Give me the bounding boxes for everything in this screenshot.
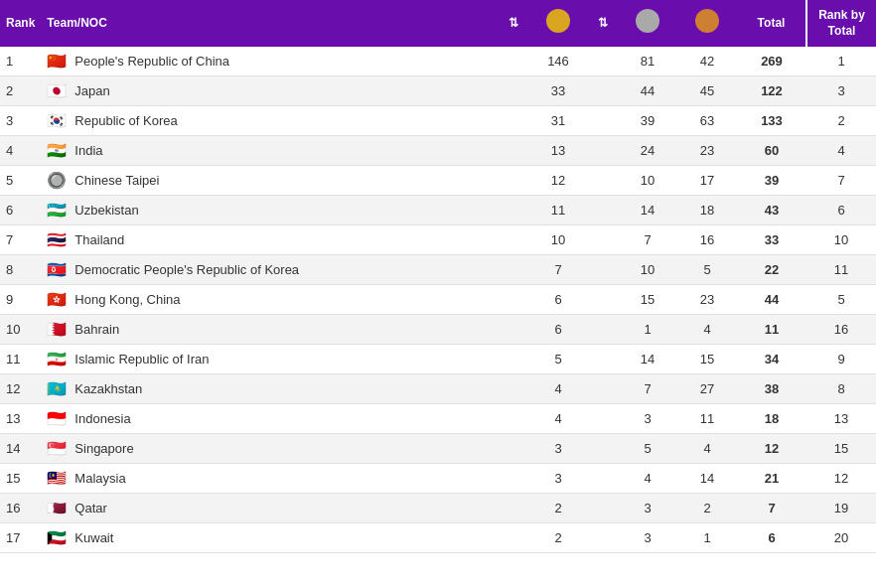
silver-cell: 7	[618, 374, 677, 404]
silver-cell: 39	[618, 106, 677, 136]
rank-by-total-cell: 19	[806, 494, 876, 523]
sort-icon-gold[interactable]: ⇅	[588, 0, 618, 47]
total-cell: 12	[737, 434, 806, 464]
silver-cell: 3	[618, 494, 677, 523]
spacer-cell	[499, 255, 528, 285]
team-cell: 🇰🇵 Democratic People's Republic of Korea	[41, 255, 499, 285]
bronze-cell: 16	[677, 225, 737, 255]
silver-cell: 10	[618, 255, 677, 285]
team-cell: 🇰🇷 Republic of Korea	[41, 106, 499, 136]
team-cell: 🇮🇷 Islamic Republic of Iran	[41, 345, 499, 374]
bronze-cell: 27	[677, 374, 737, 404]
rank-by-total-cell: 7	[806, 166, 876, 196]
team-name: Hong Kong, China	[74, 292, 180, 307]
rank-by-total-cell: 6	[806, 196, 876, 225]
silver-cell: 14	[618, 196, 677, 225]
bronze-cell: 15	[677, 345, 737, 374]
spacer-cell	[499, 523, 528, 553]
rank-by-total-cell: 9	[806, 345, 876, 374]
table-row: 14 🇸🇬 Singapore 3 5 4 12 15	[0, 434, 876, 464]
team-cell: 🇸🇬 Singapore	[41, 434, 499, 464]
bronze-cell: 1	[677, 523, 737, 553]
table-row: 2 🇯🇵 Japan 33 44 45 122 3	[0, 76, 876, 106]
total-cell: 11	[737, 315, 806, 345]
team-cell: 🇰🇿 Kazakhstan	[41, 374, 499, 404]
rank-cell: 4	[0, 136, 41, 166]
spacer-cell2	[588, 76, 618, 106]
bronze-cell: 4	[677, 434, 737, 464]
spacer-cell	[499, 106, 528, 136]
gold-cell: 3	[528, 464, 588, 494]
table-row: 17 🇰🇼 Kuwait 2 3 1 6 20	[0, 523, 876, 553]
silver-cell: 44	[618, 76, 677, 106]
team-cell: 🇹🇭 Thailand	[41, 225, 499, 255]
total-cell: 21	[737, 464, 806, 494]
team-name: Indonesia	[74, 411, 130, 426]
team-name: Uzbekistan	[74, 203, 138, 218]
spacer-cell2	[588, 374, 618, 404]
rank-by-total-cell: 4	[806, 136, 876, 166]
bronze-cell: 2	[677, 494, 737, 523]
silver-cell: 10	[618, 166, 677, 196]
rank-cell: 6	[0, 196, 41, 225]
total-cell: 33	[737, 225, 806, 255]
total-cell: 6	[737, 523, 806, 553]
spacer-cell	[499, 225, 528, 255]
flag-icon: 🇸🇬	[47, 441, 69, 456]
rank-by-total-cell: 11	[806, 255, 876, 285]
total-cell: 60	[737, 136, 806, 166]
rank-by-total-cell: 13	[806, 404, 876, 434]
rank-cell: 10	[0, 315, 41, 345]
table-row: 3 🇰🇷 Republic of Korea 31 39 63 133 2	[0, 106, 876, 136]
header-bronze[interactable]	[677, 0, 737, 47]
team-cell: 🇶🇦 Qatar	[41, 494, 499, 523]
spacer-cell	[499, 315, 528, 345]
table-row: 1 🇨🇳 People's Republic of China 146 81 4…	[0, 47, 876, 76]
gold-cell: 12	[528, 166, 588, 196]
flag-icon: 🇮🇳	[47, 143, 69, 158]
rank-cell: 17	[0, 523, 41, 553]
spacer-cell	[499, 47, 528, 76]
flag-icon: 🔘	[47, 173, 69, 188]
spacer-cell	[499, 166, 528, 196]
rank-cell: 2	[0, 76, 41, 106]
spacer-cell2	[588, 315, 618, 345]
spacer-cell2	[588, 434, 618, 464]
flag-icon: 🇰🇼	[47, 530, 69, 545]
bronze-cell: 63	[677, 106, 737, 136]
total-cell: 34	[737, 345, 806, 374]
silver-cell: 14	[618, 345, 677, 374]
team-name: Kazakhstan	[74, 381, 142, 396]
spacer-cell	[499, 345, 528, 374]
rank-by-total-cell: 16	[806, 315, 876, 345]
flag-icon: 🇭🇰	[47, 292, 69, 307]
spacer-cell2	[588, 47, 618, 76]
team-name: Islamic Republic of Iran	[74, 352, 209, 367]
spacer-cell2	[588, 106, 618, 136]
header-silver[interactable]	[618, 0, 677, 47]
header-team: Team/NOC	[41, 0, 499, 47]
gold-cell: 11	[528, 196, 588, 225]
silver-cell: 5	[618, 434, 677, 464]
gold-cell: 5	[528, 345, 588, 374]
header-gold[interactable]	[528, 0, 588, 47]
flag-icon: 🇹🇭	[47, 232, 69, 247]
flag-icon: 🇶🇦	[47, 501, 69, 515]
team-cell: 🇨🇳 People's Republic of China	[41, 47, 499, 76]
table-row: 5 🔘 Chinese Taipei 12 10 17 39 7	[0, 166, 876, 196]
table-row: 4 🇮🇳 India 13 24 23 60 4	[0, 136, 876, 166]
rank-cell: 12	[0, 374, 41, 404]
team-cell: 🇺🇿 Uzbekistan	[41, 196, 499, 225]
spacer-cell2	[588, 523, 618, 553]
team-name: India	[74, 143, 102, 158]
total-cell: 43	[737, 196, 806, 225]
sort-icon-col[interactable]: ⇅	[499, 0, 528, 47]
spacer-cell	[499, 404, 528, 434]
silver-cell: 15	[618, 285, 677, 315]
team-name: Chinese Taipei	[74, 173, 159, 188]
spacer-cell2	[588, 345, 618, 374]
bronze-cell: 17	[677, 166, 737, 196]
spacer-cell2	[588, 196, 618, 225]
rank-cell: 11	[0, 345, 41, 374]
gold-cell: 4	[528, 374, 588, 404]
